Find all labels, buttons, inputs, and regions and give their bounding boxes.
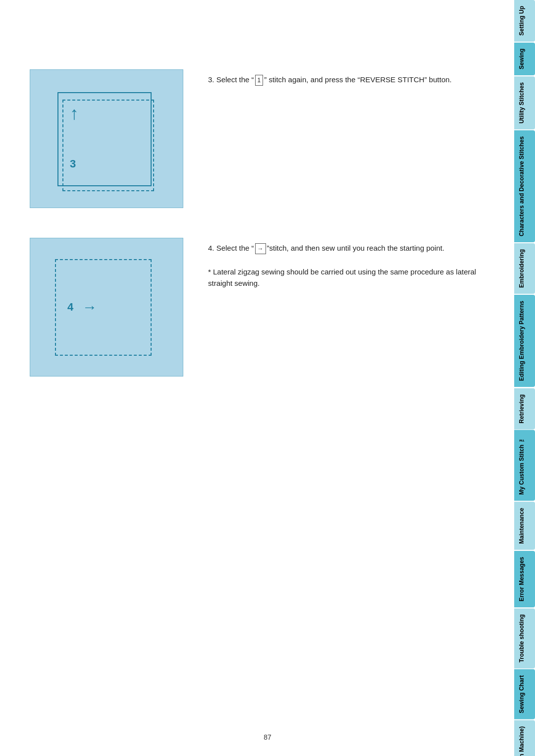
diagram-step4: 4 → bbox=[30, 238, 183, 377]
step3-text: 3. Select the “1” stitch again, and pres… bbox=[208, 74, 481, 86]
step-num-3: 3 bbox=[70, 158, 76, 170]
note-symbol: * bbox=[208, 268, 211, 276]
step-num-4: 4 bbox=[67, 301, 73, 314]
tab-my-custom-stitch[interactable]: My Custom Stitch ™ bbox=[514, 430, 535, 501]
tab-maintenance[interactable]: Maintenance bbox=[514, 502, 535, 550]
sidebar: Setting Up Sewing Utility Stitches Chara… bbox=[508, 0, 535, 756]
step4-text-before: Select the “ bbox=[216, 244, 254, 252]
diagram-step3: ↑ 3 bbox=[30, 69, 183, 208]
tab-setting-up[interactable]: Setting Up bbox=[514, 0, 535, 42]
tab-retrieving[interactable]: Retrieving bbox=[514, 388, 535, 430]
arrow-up-icon-3: ↑ bbox=[70, 105, 79, 122]
step3-number: 3. bbox=[208, 75, 214, 84]
text-content-4: 4. Select the “→”stitch, and then sew un… bbox=[208, 238, 481, 289]
stitch-icon-4: → bbox=[255, 243, 266, 254]
tab-characters-decorative[interactable]: Characters and Decorative Stitches bbox=[514, 130, 535, 242]
text-content-3: 3. Select the “1” stitch again, and pres… bbox=[208, 69, 481, 86]
tab-editing-embroidery[interactable]: Editing Embroidery Patterns bbox=[514, 295, 535, 387]
tab-error-messages[interactable]: Error Messages bbox=[514, 551, 535, 607]
instruction-block-4: 4 → 4. Select the “→”stitch, and then se… bbox=[30, 238, 481, 377]
tab-patterns-programmed[interactable]: Patterns (Programmed in Machine) bbox=[514, 720, 535, 756]
stitch-icon-3: 1 bbox=[255, 75, 264, 86]
note-text: * Lateral zigzag sewing should be carrie… bbox=[208, 267, 481, 289]
tab-sewing[interactable]: Sewing bbox=[514, 43, 535, 75]
tab-trouble-shooting[interactable]: Trouble shooting bbox=[514, 608, 535, 668]
page-number: 87 bbox=[264, 733, 271, 741]
note-body: Lateral zigzag sewing should be carried … bbox=[208, 268, 476, 287]
tab-sewing-chart[interactable]: Sewing Chart bbox=[514, 669, 535, 719]
main-content: ↑ 3 3. Select the “1” stitch again, and … bbox=[30, 40, 481, 726]
step3-text-before: Select the “ bbox=[216, 75, 254, 84]
tab-utility-stitches[interactable]: Utility Stitches bbox=[514, 76, 535, 129]
step3-text-after: ” stitch again, and press the “REVERSE S… bbox=[264, 75, 452, 84]
step4-number: 4. bbox=[208, 244, 214, 252]
arrow-right-icon-4: → bbox=[82, 299, 97, 316]
step4-text-after: ”stitch, and then sew until you reach th… bbox=[267, 244, 445, 252]
step4-text: 4. Select the “→”stitch, and then sew un… bbox=[208, 243, 481, 254]
instruction-block-3: ↑ 3 3. Select the “1” stitch again, and … bbox=[30, 69, 481, 208]
tab-embroidering[interactable]: Embroidering bbox=[514, 243, 535, 294]
